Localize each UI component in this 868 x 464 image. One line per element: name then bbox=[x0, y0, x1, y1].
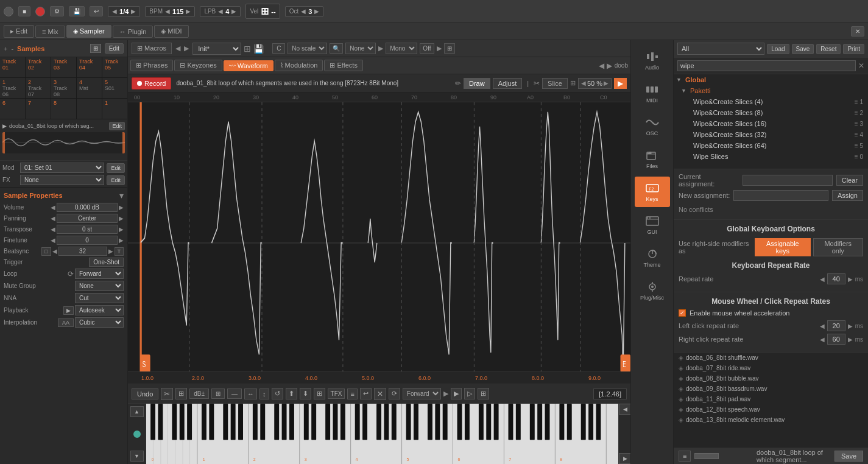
loop-icon[interactable]: ⟳ bbox=[68, 270, 74, 278]
tree-item-2[interactable]: Wipe&Create Slices (16) ≡ 3 bbox=[674, 118, 868, 129]
search-scale-btn[interactable]: 🔍 bbox=[330, 43, 343, 54]
wf-arrow-r[interactable]: ▶ bbox=[607, 62, 612, 70]
init-save-btn[interactable]: 💾 bbox=[253, 44, 264, 54]
track-cell-s01[interactable]: 5 S01 bbox=[102, 78, 127, 98]
track-cell-6[interactable]: 6 bbox=[0, 99, 26, 119]
tab-midi[interactable]: ◈ MIDI bbox=[154, 25, 188, 38]
scale-select[interactable]: No scale bbox=[288, 43, 327, 54]
lpb-arrow-r[interactable]: ▶ bbox=[231, 8, 236, 15]
panning-arrow-l[interactable]: ◀ bbox=[51, 215, 55, 222]
db-btn[interactable]: dB± bbox=[189, 388, 209, 399]
pct-arrow-l[interactable]: ◀ bbox=[581, 80, 586, 86]
note-arrow[interactable]: ▶ bbox=[378, 44, 383, 52]
lpb-arrow-l[interactable]: ◀ bbox=[218, 8, 223, 15]
enable-wheel-checkbox[interactable]: ✓ bbox=[679, 309, 686, 317]
track-cell-8[interactable]: 8 bbox=[51, 99, 77, 119]
current-assignment-input[interactable] bbox=[743, 175, 833, 186]
interpolation-select[interactable]: Cubic bbox=[75, 317, 124, 328]
tab-effects[interactable]: ⊞ Effects bbox=[324, 60, 362, 71]
none-select[interactable]: None bbox=[345, 43, 376, 54]
extra-btn[interactable]: ⊞ bbox=[444, 43, 455, 54]
slice-btn[interactable]: Slice bbox=[542, 78, 568, 89]
play-orange-btn[interactable]: ▶ bbox=[614, 78, 627, 89]
mute-group-select[interactable]: None bbox=[75, 281, 124, 291]
slice-settings-icon[interactable]: ⊞ bbox=[570, 79, 576, 87]
track-cell-empty1[interactable] bbox=[77, 99, 102, 119]
undo-btn[interactable]: ↩ bbox=[90, 6, 103, 16]
piano-right-btn[interactable]: ▶ bbox=[619, 453, 630, 464]
track-cell-1[interactable]: 1 Track 06 bbox=[0, 78, 26, 98]
tree-item-4[interactable]: Wipe&Create Slices (64) ≡ 5 bbox=[674, 140, 868, 151]
oct-arrow-r[interactable]: ▶ bbox=[314, 8, 319, 15]
tab-keyzones[interactable]: ⊟ Keyzones bbox=[174, 60, 222, 71]
right-click-arrow-r[interactable]: ▶ bbox=[848, 336, 853, 343]
undo-btn[interactable]: Undo bbox=[132, 388, 158, 399]
mod-edit-btn[interactable]: Edit bbox=[107, 163, 125, 173]
mono-select[interactable]: Mono bbox=[386, 43, 417, 54]
mod-select[interactable]: 01: Set 01 bbox=[20, 163, 104, 173]
playback-select[interactable]: Autoseek bbox=[75, 305, 124, 315]
settings-btn[interactable]: ⚙ bbox=[50, 6, 64, 16]
disk-btn[interactable]: 💾 bbox=[69, 6, 85, 16]
file-item-4[interactable]: ◈ dooba_11_8bit pad.wav bbox=[674, 394, 868, 404]
macros-btn[interactable]: ⊞ Macros bbox=[132, 43, 172, 54]
print-btn[interactable]: Print bbox=[843, 44, 864, 54]
piano-scroll-up[interactable]: ▲ bbox=[130, 406, 144, 417]
volume-arrow-r[interactable]: ▶ bbox=[119, 204, 124, 211]
adjust-btn[interactable]: Adjust bbox=[493, 78, 523, 89]
sidebar-files[interactable]: Files bbox=[635, 144, 670, 174]
tool7-btn[interactable]: ≡ bbox=[347, 388, 357, 399]
piano-scroll-down[interactable]: ▼ bbox=[130, 451, 144, 462]
beatsync-arrow-r[interactable]: ▶ bbox=[108, 248, 113, 255]
play3-btn[interactable]: ⊞ bbox=[478, 388, 489, 399]
file-item-2[interactable]: ◈ dooba_08_8bit bubble.wav bbox=[674, 373, 868, 384]
fx-select[interactable]: None bbox=[20, 175, 104, 185]
repeat-rate-arrow-r[interactable]: ▶ bbox=[848, 276, 853, 283]
repeat-rate-arrow-l[interactable]: ◀ bbox=[820, 276, 825, 283]
tree-item-3[interactable]: Wipe&Create Slices (32) ≡ 4 bbox=[674, 129, 868, 140]
tab-modulation[interactable]: ⌇ Modulation bbox=[275, 60, 323, 71]
scale-select-c[interactable]: C bbox=[272, 43, 285, 54]
left-click-arrow-l[interactable]: ◀ bbox=[820, 323, 825, 329]
waveform-canvas[interactable]: S E 1.0.0 bbox=[128, 102, 630, 384]
play2-btn[interactable]: ▷ bbox=[464, 388, 475, 399]
tool5-btn[interactable]: ⬇ bbox=[300, 388, 311, 399]
tool8-btn[interactable]: ↩ bbox=[360, 388, 372, 399]
cut-btn[interactable]: ✂ bbox=[161, 388, 173, 400]
power-btn[interactable] bbox=[4, 7, 13, 16]
tree-item-1[interactable]: Wipe&Create Slices (8) ≡ 2 bbox=[674, 107, 868, 118]
more-arrow[interactable]: ▶ bbox=[437, 44, 442, 52]
remove-track-btn[interactable]: - bbox=[11, 45, 13, 52]
peak-btn[interactable]: ⊞ bbox=[211, 388, 225, 399]
reset-btn[interactable]: Reset bbox=[816, 44, 841, 54]
tool2-btn[interactable]: ↕ bbox=[259, 388, 269, 399]
tree-item-0[interactable]: Wipe&Create Slices (4) ≡ 1 bbox=[674, 96, 868, 107]
tool1-btn[interactable]: ↔ bbox=[244, 388, 257, 399]
sidebar-plug[interactable]: Plug/Misc bbox=[635, 275, 670, 306]
nna-select[interactable]: Cut bbox=[75, 293, 124, 303]
finetune-arrow-r[interactable]: ▶ bbox=[119, 237, 124, 244]
record-indicator[interactable] bbox=[35, 7, 45, 16]
fx-edit-btn[interactable]: Edit bbox=[107, 175, 125, 185]
file-item-5[interactable]: ◈ dooba_12_8bit speech.wav bbox=[674, 404, 868, 415]
track-cell-01[interactable]: Track 01 bbox=[0, 57, 26, 77]
modifiers-only-btn[interactable]: Modifiers only bbox=[813, 238, 863, 256]
close-panel-btn[interactable]: ✕ bbox=[851, 26, 864, 37]
samples-view-btn[interactable]: ⊞ bbox=[90, 44, 101, 53]
macros-arrow-r[interactable]: ▶ bbox=[184, 44, 189, 52]
copy-btn[interactable]: ⊞ bbox=[175, 388, 187, 399]
tree-paketti[interactable]: ▼ Paketti bbox=[674, 85, 868, 96]
file-item-3[interactable]: ◈ dooba_09_8bit bassdrum.wav bbox=[674, 384, 868, 394]
tree-global[interactable]: ▼ Global bbox=[674, 74, 868, 85]
search-clear-btn[interactable]: ✕ bbox=[858, 62, 864, 70]
sample-edit-btn[interactable]: Edit bbox=[109, 122, 125, 130]
playback-icon[interactable]: ▶ bbox=[63, 306, 74, 315]
file-item-1[interactable]: ◈ dooba_07_8bit ride.wav bbox=[674, 363, 868, 373]
tab-sampler[interactable]: ◈ Sampler bbox=[66, 25, 111, 38]
bpm-arrow-l[interactable]: ◀ bbox=[165, 8, 170, 15]
save-keybindings-btn[interactable]: Save bbox=[792, 44, 814, 54]
pct-arrow-r[interactable]: ▶ bbox=[604, 80, 609, 86]
loop-select[interactable]: Forward bbox=[75, 269, 124, 279]
clear-assignment-btn[interactable]: Clear bbox=[836, 175, 863, 186]
tool9-btn[interactable]: ✕ bbox=[374, 388, 386, 400]
